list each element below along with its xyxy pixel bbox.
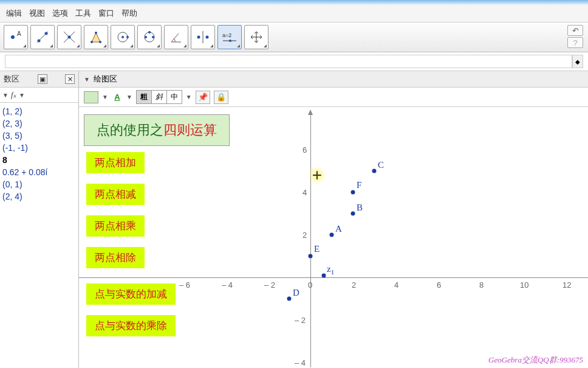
footer-text: GeoGebra交流QQ群:993675 <box>488 355 583 366</box>
tick-label: – 2 <box>264 280 275 290</box>
svg-point-16 <box>145 36 147 38</box>
point-A[interactable] <box>330 233 334 237</box>
svg-point-11 <box>95 32 97 34</box>
tick-label: 6 <box>437 280 441 290</box>
menu-view[interactable]: 视图 <box>27 7 47 20</box>
point-F[interactable] <box>351 190 355 195</box>
algebra-panel: 数区 ▣ ✕ ▼ fₓ ▼ (1, 2) (2, 3) (3, 5) (-1, … <box>0 71 79 368</box>
svg-point-24 <box>229 40 231 42</box>
btn-addsub-real[interactable]: 点与实数的加减 <box>86 283 176 305</box>
list-item[interactable]: (2, 4) <box>0 190 78 203</box>
svg-text:A: A <box>17 30 21 37</box>
undo-button[interactable]: ↶ <box>567 25 583 36</box>
canvas-title-box[interactable]: 点的使用之四则运算 <box>84 114 230 146</box>
menu-window[interactable]: 窗口 <box>96 7 117 20</box>
btn-div-points[interactable]: 两点相除 <box>86 247 145 268</box>
fx-dropdown[interactable]: ▼ <box>19 92 25 99</box>
font-style-group: 粗 斜 中 <box>136 90 182 104</box>
y-axis-arrow <box>308 109 313 115</box>
svg-point-13 <box>121 36 124 38</box>
point-label-F: F <box>357 180 361 190</box>
input-field[interactable] <box>5 55 572 68</box>
menu-edit[interactable]: 编辑 <box>4 7 24 20</box>
algebra-title: 数区 <box>4 74 19 85</box>
point-z1[interactable] <box>322 274 326 278</box>
size-toggle[interactable]: 中 <box>167 91 182 103</box>
size-dropdown[interactable]: ▼ <box>186 94 192 100</box>
tool-point[interactable] <box>30 25 55 49</box>
tick-label: 2 <box>352 280 356 290</box>
tick-label: 10 <box>520 280 528 290</box>
svg-point-18 <box>148 31 151 33</box>
pin-icon[interactable]: 📌 <box>196 91 210 104</box>
text-color[interactable]: A <box>112 92 123 102</box>
title-part2: 四则运算 <box>163 122 217 137</box>
svg-line-4 <box>37 32 48 43</box>
svg-point-9 <box>91 41 93 43</box>
input-dropdown[interactable]: ◆ <box>572 55 583 68</box>
italic-toggle[interactable]: 斜 <box>152 91 167 103</box>
menubar: 编辑 视图 选项 工具 窗口 帮助 <box>0 5 588 23</box>
svg-point-10 <box>99 41 101 43</box>
y-axis <box>310 112 311 367</box>
sort-dropdown[interactable]: ▼ <box>2 92 9 99</box>
tick-label: 12 <box>562 280 571 290</box>
panel-collapse-icon[interactable]: ▼ <box>84 76 90 83</box>
btn-add-points[interactable]: 两点相加 <box>86 152 145 173</box>
tool-angle[interactable] <box>164 25 188 49</box>
svg-point-20 <box>197 36 200 39</box>
btn-sub-points[interactable]: 两点相减 <box>86 184 145 205</box>
point-label-D: D <box>293 288 299 298</box>
panel-toggle[interactable]: ▣ <box>38 74 47 84</box>
list-item[interactable]: (-1, -1) <box>0 142 78 154</box>
menu-tools[interactable]: 工具 <box>73 7 94 20</box>
tick-label: 0 <box>308 280 312 290</box>
btn-mul-points[interactable]: 两点相乘 <box>86 215 145 237</box>
graphics-panel: ▼ 绘图区 ▼ A ▼ 粗 斜 中 ▼ 📌 🔒 <box>79 71 588 368</box>
point-E[interactable] <box>309 254 313 259</box>
svg-point-21 <box>206 36 209 39</box>
window-title-bar <box>0 0 588 5</box>
tick-label: 4 <box>394 280 398 290</box>
help-button[interactable]: ? <box>567 37 583 48</box>
tool-ellipse[interactable] <box>137 25 162 49</box>
menu-help[interactable]: 帮助 <box>119 7 140 20</box>
list-item[interactable]: (1, 2) <box>0 105 78 117</box>
tool-move[interactable]: A <box>4 25 28 49</box>
fill-color[interactable] <box>84 91 98 103</box>
svg-point-0 <box>11 35 15 39</box>
title-part1: 点的使用之 <box>97 122 163 137</box>
graphics-title: 绘图区 <box>94 74 117 85</box>
point-label-E: E <box>314 244 320 254</box>
tool-move-view[interactable] <box>244 25 268 49</box>
lock-icon[interactable]: 🔒 <box>214 91 228 104</box>
tool-slider[interactable]: a=2 <box>217 25 242 49</box>
svg-point-14 <box>126 36 129 38</box>
list-item[interactable]: 8 <box>0 154 78 166</box>
tool-line[interactable] <box>57 25 81 49</box>
panel-close[interactable]: ✕ <box>65 74 75 84</box>
tool-reflect[interactable] <box>191 25 215 49</box>
color-dropdown[interactable]: ▼ <box>102 94 108 100</box>
btn-muldiv-real[interactable]: 点与实数的乘除 <box>86 315 176 336</box>
x-axis <box>79 277 588 278</box>
list-item[interactable]: 0.62 + 0.08í <box>0 166 78 178</box>
tick-label: – 4 <box>295 358 306 367</box>
text-color-dropdown[interactable]: ▼ <box>126 94 132 100</box>
svg-marker-8 <box>92 33 100 42</box>
canvas[interactable]: – 6 – 4 – 2 0 2 4 6 8 10 12 6 4 2 – 2 – … <box>79 107 588 368</box>
list-item[interactable]: (3, 5) <box>0 130 78 142</box>
tick-label: – 4 <box>222 280 233 290</box>
point-C[interactable] <box>372 169 377 173</box>
tool-polygon[interactable] <box>84 25 108 49</box>
menu-options[interactable]: 选项 <box>50 7 70 20</box>
list-item[interactable]: (2, 3) <box>0 117 78 130</box>
point-label-z1: z1 <box>327 264 334 276</box>
bold-toggle[interactable]: 粗 <box>137 91 152 103</box>
list-item[interactable]: (0, 1) <box>0 178 78 190</box>
algebra-list: (1, 2) (2, 3) (3, 5) (-1, -1) 8 0.62 + 0… <box>0 103 78 205</box>
tick-label: 6 <box>303 145 307 154</box>
tool-circle[interactable] <box>111 25 135 49</box>
point-D[interactable] <box>287 297 292 301</box>
point-B[interactable] <box>351 212 355 216</box>
